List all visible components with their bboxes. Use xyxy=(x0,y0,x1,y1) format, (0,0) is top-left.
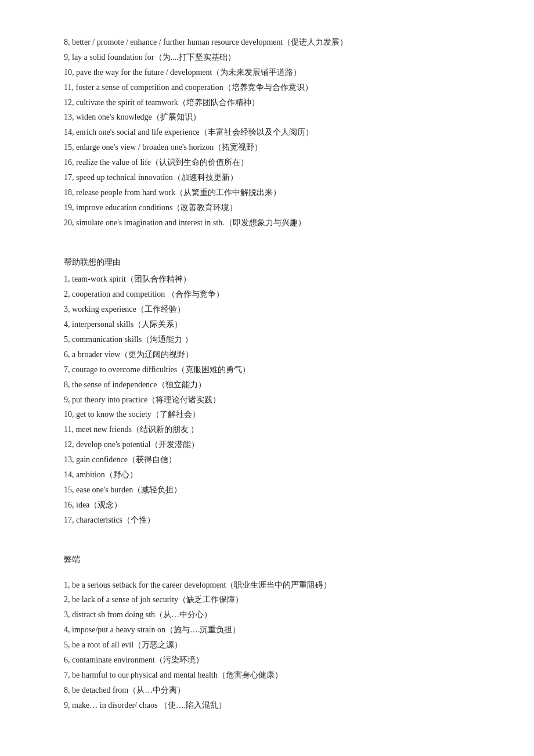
list-item: 12, cultivate the spirit of teamwork（培养团… xyxy=(64,95,476,110)
list-item: 15, ease one's burden（减轻负担） xyxy=(64,483,476,498)
list-item: 11, foster a sense of competition and co… xyxy=(64,80,476,95)
list-item: 8, the sense of independence（独立能力） xyxy=(64,377,476,393)
list-item: 3, distract sb from doing sth（从…中分心） xyxy=(64,607,476,622)
list-item: 4, impose/put a heavy strain on（施与….沉重负担… xyxy=(64,622,476,638)
list-item: 6, contaminate environment（污染环境） xyxy=(64,653,476,668)
list-item: 18, release people from hard work（从繁重的工作… xyxy=(64,185,476,200)
list-item: 13, gain confidence（获得自信） xyxy=(64,452,476,467)
list-item: 10, get to know the society（了解社会） xyxy=(64,407,476,422)
list-item: 4, interpersonal skills（人际关系） xyxy=(64,317,476,332)
help-reasons-items: 1, team-work spirit（团队合作精神）2, cooperatio… xyxy=(64,272,476,527)
disadvantages-title: 弊端 xyxy=(64,552,476,567)
list-item: 13, widen one's knowledge（扩展知识） xyxy=(64,110,476,125)
list-item: 10, pave the way for the future / develo… xyxy=(64,65,476,80)
help-reasons-title: 帮助联想的理由 xyxy=(64,255,476,270)
list-item: 14, enrich one's social and life experie… xyxy=(64,125,476,140)
list-item: 1, team-work spirit（团队合作精神） xyxy=(64,272,476,287)
list-item: 9, put theory into practice（将理论付诸实践） xyxy=(64,393,476,408)
page-content: 8, better / promote / enhance / further … xyxy=(64,35,476,713)
list-item: 17, speed up technical innovation（加速科技更新… xyxy=(64,170,476,185)
list-item: 15, enlarge one's view / broaden one's h… xyxy=(64,140,476,155)
list-item: 12, develop one's potential（开发潜能） xyxy=(64,437,476,452)
list-item: 14, ambition（野心） xyxy=(64,467,476,483)
disadvantages-items: 1, be a serious setback for the career d… xyxy=(64,578,476,713)
top-list-items: 8, better / promote / enhance / further … xyxy=(64,35,476,231)
list-item: 6, a broader view（更为辽阔的视野） xyxy=(64,347,476,362)
list-item: 19, improve education conditions（改善教育环境） xyxy=(64,200,476,215)
disadvantages-section: 弊端 1, be a serious setback for the caree… xyxy=(64,552,476,713)
list-item: 7, courage to overcome difficulties（克服困难… xyxy=(64,362,476,377)
list-item: 7, be harmful to our physical and mental… xyxy=(64,668,476,683)
help-reasons-section: 帮助联想的理由 1, team-work spirit（团队合作精神）2, co… xyxy=(64,255,476,528)
list-item: 3, working experience（工作经验） xyxy=(64,302,476,317)
list-item: 5, communication skills（沟通能力 ） xyxy=(64,332,476,347)
list-item: 11, meet new friends（结识新的朋友 ） xyxy=(64,422,476,437)
list-item: 16, realize the value of life（认识到生命的价值所在… xyxy=(64,155,476,170)
list-item: 2, be lack of a sense of job security（缺乏… xyxy=(64,592,476,607)
list-item: 2, cooperation and competition （合作与竞争） xyxy=(64,287,476,302)
list-item: 9, make… in disorder/ chaos （使….陷入混乱） xyxy=(64,698,476,713)
list-item: 8, better / promote / enhance / further … xyxy=(64,35,476,50)
list-item: 8, be detached from（从…中分离） xyxy=(64,683,476,698)
list-item: 1, be a serious setback for the career d… xyxy=(64,578,476,593)
list-item: 5, be a root of all evil（万恶之源） xyxy=(64,638,476,653)
top-list-section: 8, better / promote / enhance / further … xyxy=(64,35,476,231)
list-item: 17, characteristics（个性） xyxy=(64,513,476,528)
list-item: 9, lay a solid foundation for（为....打下坚实基… xyxy=(64,50,476,65)
list-item: 20, simulate one's imagination and inter… xyxy=(64,215,476,231)
list-item: 16, idea（观念） xyxy=(64,498,476,513)
